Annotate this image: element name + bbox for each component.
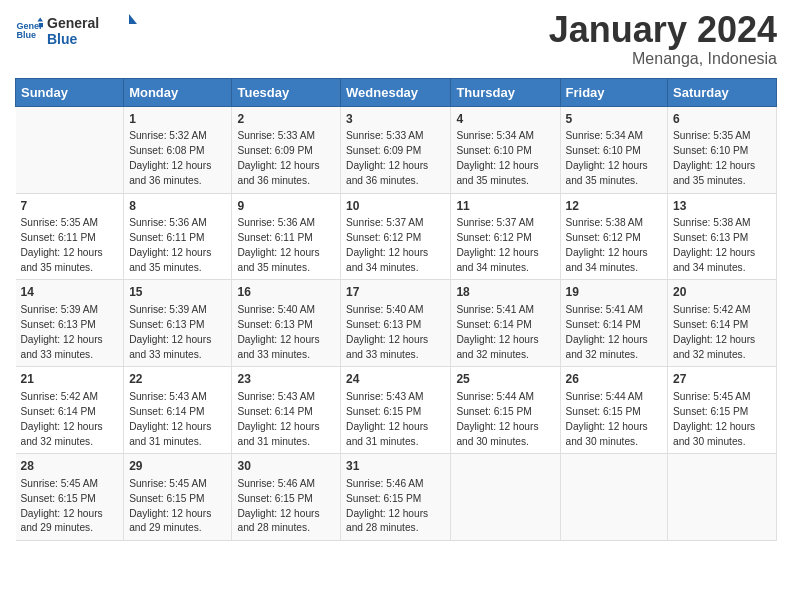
cell-content: Sunrise: 5:36 AMSunset: 6:11 PMDaylight:…	[129, 216, 226, 275]
cell-content: Sunrise: 5:41 AMSunset: 6:14 PMDaylight:…	[456, 303, 554, 362]
cell-content: Sunrise: 5:41 AMSunset: 6:14 PMDaylight:…	[566, 303, 663, 362]
cell-content: Sunrise: 5:37 AMSunset: 6:12 PMDaylight:…	[346, 216, 445, 275]
week-row-3: 14Sunrise: 5:39 AMSunset: 6:13 PMDayligh…	[16, 280, 777, 367]
day-number: 9	[237, 198, 335, 215]
svg-text:General: General	[47, 15, 99, 31]
weekday-header-row: Sunday Monday Tuesday Wednesday Thursday…	[16, 78, 777, 106]
cell-content: Sunrise: 5:46 AMSunset: 6:15 PMDaylight:…	[346, 477, 445, 536]
cell-content: Sunrise: 5:37 AMSunset: 6:12 PMDaylight:…	[456, 216, 554, 275]
cell-content: Sunrise: 5:36 AMSunset: 6:11 PMDaylight:…	[237, 216, 335, 275]
week-row-1: 1Sunrise: 5:32 AMSunset: 6:08 PMDaylight…	[16, 106, 777, 193]
cell-w3-d5: 19Sunrise: 5:41 AMSunset: 6:14 PMDayligh…	[560, 280, 668, 367]
week-row-4: 21Sunrise: 5:42 AMSunset: 6:14 PMDayligh…	[16, 367, 777, 454]
cell-w3-d1: 15Sunrise: 5:39 AMSunset: 6:13 PMDayligh…	[124, 280, 232, 367]
day-number: 1	[129, 111, 226, 128]
cell-content: Sunrise: 5:38 AMSunset: 6:13 PMDaylight:…	[673, 216, 771, 275]
cell-content: Sunrise: 5:39 AMSunset: 6:13 PMDaylight:…	[21, 303, 119, 362]
cell-content: Sunrise: 5:34 AMSunset: 6:10 PMDaylight:…	[566, 129, 663, 188]
cell-w2-d0: 7Sunrise: 5:35 AMSunset: 6:11 PMDaylight…	[16, 193, 124, 280]
day-number: 12	[566, 198, 663, 215]
cell-content: Sunrise: 5:38 AMSunset: 6:12 PMDaylight:…	[566, 216, 663, 275]
header-sunday: Sunday	[16, 78, 124, 106]
page-header: General Blue General Blue General Blue J…	[15, 10, 777, 68]
day-number: 8	[129, 198, 226, 215]
svg-text:Blue: Blue	[47, 31, 78, 47]
day-number: 14	[21, 284, 119, 301]
day-number: 11	[456, 198, 554, 215]
day-number: 19	[566, 284, 663, 301]
day-number: 16	[237, 284, 335, 301]
cell-w5-d4	[451, 454, 560, 541]
cell-w5-d2: 30Sunrise: 5:46 AMSunset: 6:15 PMDayligh…	[232, 454, 341, 541]
cell-w3-d2: 16Sunrise: 5:40 AMSunset: 6:13 PMDayligh…	[232, 280, 341, 367]
header-monday: Monday	[124, 78, 232, 106]
day-number: 6	[673, 111, 771, 128]
cell-w3-d6: 20Sunrise: 5:42 AMSunset: 6:14 PMDayligh…	[668, 280, 777, 367]
cell-w1-d2: 2Sunrise: 5:33 AMSunset: 6:09 PMDaylight…	[232, 106, 341, 193]
cell-w1-d5: 5Sunrise: 5:34 AMSunset: 6:10 PMDaylight…	[560, 106, 668, 193]
cell-w4-d3: 24Sunrise: 5:43 AMSunset: 6:15 PMDayligh…	[341, 367, 451, 454]
cell-w5-d0: 28Sunrise: 5:45 AMSunset: 6:15 PMDayligh…	[16, 454, 124, 541]
cell-w1-d1: 1Sunrise: 5:32 AMSunset: 6:08 PMDaylight…	[124, 106, 232, 193]
cell-content: Sunrise: 5:45 AMSunset: 6:15 PMDaylight:…	[673, 390, 771, 449]
day-number: 22	[129, 371, 226, 388]
logo-icon: General Blue	[15, 16, 43, 44]
cell-content: Sunrise: 5:46 AMSunset: 6:15 PMDaylight:…	[237, 477, 335, 536]
header-thursday: Thursday	[451, 78, 560, 106]
cell-w3-d3: 17Sunrise: 5:40 AMSunset: 6:13 PMDayligh…	[341, 280, 451, 367]
day-number: 17	[346, 284, 445, 301]
cell-content: Sunrise: 5:39 AMSunset: 6:13 PMDaylight:…	[129, 303, 226, 362]
day-number: 30	[237, 458, 335, 475]
cell-w1-d6: 6Sunrise: 5:35 AMSunset: 6:10 PMDaylight…	[668, 106, 777, 193]
cell-content: Sunrise: 5:45 AMSunset: 6:15 PMDaylight:…	[21, 477, 119, 536]
day-number: 7	[21, 198, 119, 215]
cell-w1-d4: 4Sunrise: 5:34 AMSunset: 6:10 PMDaylight…	[451, 106, 560, 193]
cell-w4-d5: 26Sunrise: 5:44 AMSunset: 6:15 PMDayligh…	[560, 367, 668, 454]
cell-w5-d1: 29Sunrise: 5:45 AMSunset: 6:15 PMDayligh…	[124, 454, 232, 541]
month-title: January 2024	[549, 10, 777, 50]
cell-w2-d4: 11Sunrise: 5:37 AMSunset: 6:12 PMDayligh…	[451, 193, 560, 280]
day-number: 3	[346, 111, 445, 128]
cell-w2-d6: 13Sunrise: 5:38 AMSunset: 6:13 PMDayligh…	[668, 193, 777, 280]
day-number: 25	[456, 371, 554, 388]
cell-w4-d0: 21Sunrise: 5:42 AMSunset: 6:14 PMDayligh…	[16, 367, 124, 454]
header-saturday: Saturday	[668, 78, 777, 106]
cell-content: Sunrise: 5:44 AMSunset: 6:15 PMDaylight:…	[566, 390, 663, 449]
svg-marker-3	[39, 23, 43, 27]
cell-content: Sunrise: 5:43 AMSunset: 6:15 PMDaylight:…	[346, 390, 445, 449]
day-number: 23	[237, 371, 335, 388]
header-friday: Friday	[560, 78, 668, 106]
day-number: 2	[237, 111, 335, 128]
day-number: 31	[346, 458, 445, 475]
cell-w4-d4: 25Sunrise: 5:44 AMSunset: 6:15 PMDayligh…	[451, 367, 560, 454]
cell-content: Sunrise: 5:40 AMSunset: 6:13 PMDaylight:…	[346, 303, 445, 362]
cell-content: Sunrise: 5:35 AMSunset: 6:10 PMDaylight:…	[673, 129, 771, 188]
cell-w2-d1: 8Sunrise: 5:36 AMSunset: 6:11 PMDaylight…	[124, 193, 232, 280]
location: Menanga, Indonesia	[549, 50, 777, 68]
cell-w5-d3: 31Sunrise: 5:46 AMSunset: 6:15 PMDayligh…	[341, 454, 451, 541]
cell-w3-d4: 18Sunrise: 5:41 AMSunset: 6:14 PMDayligh…	[451, 280, 560, 367]
day-number: 26	[566, 371, 663, 388]
cell-content: Sunrise: 5:33 AMSunset: 6:09 PMDaylight:…	[237, 129, 335, 188]
svg-marker-6	[129, 14, 137, 24]
day-number: 27	[673, 371, 771, 388]
cell-content: Sunrise: 5:34 AMSunset: 6:10 PMDaylight:…	[456, 129, 554, 188]
cell-content: Sunrise: 5:32 AMSunset: 6:08 PMDaylight:…	[129, 129, 226, 188]
cell-w4-d2: 23Sunrise: 5:43 AMSunset: 6:14 PMDayligh…	[232, 367, 341, 454]
cell-w1-d3: 3Sunrise: 5:33 AMSunset: 6:09 PMDaylight…	[341, 106, 451, 193]
day-number: 24	[346, 371, 445, 388]
cell-w1-d0	[16, 106, 124, 193]
general-blue-logo: General Blue	[47, 10, 137, 50]
svg-marker-2	[37, 17, 43, 21]
logo: General Blue General Blue General Blue	[15, 10, 137, 50]
day-number: 21	[21, 371, 119, 388]
day-number: 10	[346, 198, 445, 215]
day-number: 4	[456, 111, 554, 128]
cell-w2-d5: 12Sunrise: 5:38 AMSunset: 6:12 PMDayligh…	[560, 193, 668, 280]
header-tuesday: Tuesday	[232, 78, 341, 106]
cell-content: Sunrise: 5:40 AMSunset: 6:13 PMDaylight:…	[237, 303, 335, 362]
day-number: 18	[456, 284, 554, 301]
cell-content: Sunrise: 5:42 AMSunset: 6:14 PMDaylight:…	[21, 390, 119, 449]
day-number: 13	[673, 198, 771, 215]
title-block: January 2024 Menanga, Indonesia	[549, 10, 777, 68]
